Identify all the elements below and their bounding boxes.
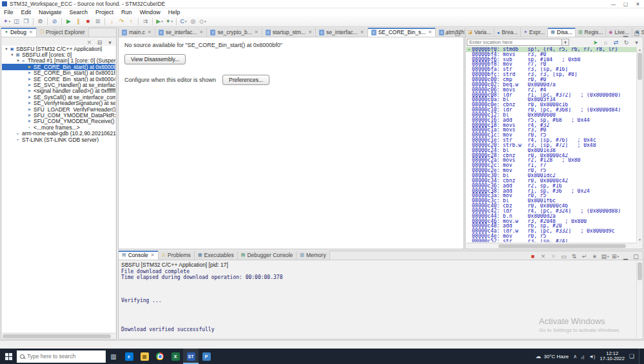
minimize-view-button[interactable]: ▁: [621, 29, 630, 38]
hidden-icons-icon[interactable]: ∧: [573, 354, 577, 359]
bottom-area-tab-executables[interactable]: ▦Executables: [195, 251, 238, 260]
instruction-stepping-button[interactable]: ⇉: [141, 17, 150, 26]
menu-help[interactable]: Help: [164, 8, 184, 16]
weather-widget[interactable]: ☁ 30°C Haze: [535, 353, 569, 359]
preferences-button[interactable]: Preferences...: [222, 75, 269, 85]
home-button[interactable]: ⌂: [601, 38, 610, 47]
stm32cubeprogrammer-taskbar-button[interactable]: P: [199, 349, 214, 364]
disassembly-vertical-scrollbar[interactable]: ▲ ▼: [636, 47, 642, 242]
annotation-navigation-button[interactable]: ◇▾: [198, 17, 208, 26]
open-console-button[interactable]: ⊞▾: [610, 252, 620, 261]
location-dropdown-arrow-icon[interactable]: ▼: [562, 39, 569, 46]
menu-navigate[interactable]: Navigate: [35, 8, 66, 16]
refresh-button[interactable]: ↻: [621, 38, 631, 47]
debug-tree-item[interactable]: ▪arm-none-eabi-gdb (10.2.90.20210621): [2, 130, 115, 136]
close-icon[interactable]: ✕: [360, 30, 364, 35]
taskbar-search[interactable]: [17, 350, 106, 363]
editor-tab-se-interfac[interactable]: cse_interfac...✕: [316, 28, 368, 37]
chrome-taskbar-button[interactable]: [152, 349, 168, 364]
new-c-project-button[interactable]: C▾: [179, 17, 188, 26]
debug-tree-item[interactable]: ➤SE_VerifyHeaderSignature() at se_interf…: [2, 101, 115, 106]
build-button[interactable]: ⚙: [35, 17, 45, 26]
sync-selection-button[interactable]: ⇄: [611, 38, 621, 47]
debug-horizontal-scrollbar[interactable]: [2, 333, 115, 338]
step-return-button[interactable]: ↑: [126, 17, 136, 26]
expander-icon[interactable]: ▾: [10, 52, 15, 57]
editor-tab-startup-stm[interactable]: cstartup_stm...✕: [262, 28, 316, 37]
close-icon[interactable]: ✕: [428, 30, 432, 35]
debug-area-tab-debug[interactable]: ✴Debug✕: [1, 28, 37, 37]
debug-tree-item[interactable]: ➤<signal handler called>() at 0xfffffffd: [2, 88, 115, 94]
debug-tree-item[interactable]: ▪<...more frames...>: [2, 124, 115, 130]
menu-file[interactable]: File: [0, 8, 17, 16]
disassembly-horizontal-scrollbar[interactable]: [466, 243, 636, 248]
show-selected-console-button[interactable]: ▤▾: [600, 252, 610, 261]
editor-tab-overflow-button[interactable]: »: [442, 29, 451, 38]
edge-browser-taskbar-button[interactable]: e: [121, 349, 137, 364]
debug-button[interactable]: ✴▾: [164, 17, 174, 26]
run-button[interactable]: ▶▾: [155, 17, 164, 26]
step-into-button[interactable]: ↓: [107, 17, 117, 26]
menu-run[interactable]: Run: [117, 8, 136, 16]
scrollbar-thumb[interactable]: [638, 53, 642, 80]
search-input[interactable]: [27, 353, 98, 359]
terminate-button[interactable]: ■: [83, 17, 93, 26]
right-area-tab-disa[interactable]: ▦Disa...: [548, 28, 576, 37]
clear-console-button[interactable]: ▭: [559, 252, 569, 261]
editor-tab-se-crypto-b[interactable]: cse_crypto_b...✕: [207, 28, 262, 37]
show-desktop-button[interactable]: [639, 349, 641, 364]
minimize-button[interactable]: —: [607, 0, 620, 8]
debug-tree-item[interactable]: ➤SE_CORE_Bin_start() at 0x80004aa: [2, 76, 115, 82]
right-area-tab-expr[interactable]: ✦Expr...: [521, 28, 548, 37]
close-icon[interactable]: ✕: [308, 30, 312, 35]
scrollbar-thumb[interactable]: [498, 244, 626, 248]
debug-tree-item[interactable]: ▪ST-LINK (ST-LINK GDB server): [2, 137, 115, 142]
editor-tab-main-c[interactable]: cmain.c✕: [119, 28, 155, 37]
maximize-editor-button[interactable]: ▢: [453, 29, 462, 38]
show-pc-button[interactable]: ➤: [590, 38, 600, 47]
terminate-button[interactable]: ■: [528, 252, 538, 261]
scroll-up-icon[interactable]: ▲: [637, 47, 643, 52]
debug-area-tab-project-explorer[interactable]: ❒Project Explorer: [37, 28, 89, 37]
search-button[interactable]: ◎: [188, 17, 198, 26]
network-icon[interactable]: ⣴: [581, 354, 585, 359]
right-area-tab-regis[interactable]: ▥Regis...: [576, 28, 606, 37]
menu-search[interactable]: Search: [66, 8, 92, 16]
view-disassembly-button[interactable]: View Disassembly...: [124, 54, 186, 64]
volume-icon[interactable]: ◄): [589, 354, 596, 359]
right-area-tab-brea[interactable]: ●Brea...: [494, 28, 521, 37]
taskbar-clock[interactable]: 12:12 17-10-2022: [600, 351, 625, 362]
disassembly-line[interactable]: 08000c52:str r3, [sp, #24]: [466, 239, 636, 242]
start-button[interactable]: [0, 349, 17, 364]
editor-tab-se-core-bin-s[interactable]: cSE_CORE_Bin_s...✕: [368, 28, 436, 37]
remove-launch-button[interactable]: ✕: [538, 252, 548, 261]
bottom-area-tab-console[interactable]: ▤Console✕: [119, 251, 159, 260]
debug-tree-item[interactable]: ➤SFU_COM_YMODEM_DataPktRxCpltCallback() …: [2, 112, 115, 118]
file-explorer-taskbar-button[interactable]: ▤: [137, 349, 152, 364]
minimize-view-button[interactable]: ▁: [621, 252, 630, 261]
maximize-view-button[interactable]: ▢: [631, 252, 641, 261]
close-icon[interactable]: ✕: [255, 30, 259, 35]
skip-all-breakpoints-button[interactable]: ⊘: [50, 17, 59, 26]
editor-tab-se-interfac[interactable]: cse_interfac...✕: [155, 28, 208, 37]
bottom-area-tab-debugger-console[interactable]: ▤Debugger Console: [238, 251, 297, 260]
debug-tree-item[interactable]: ➤SE_CORE_Bin_start() at 0x8001884: [2, 70, 115, 76]
scroll-lock-button[interactable]: ⇅: [569, 252, 579, 261]
bottom-area-tab-memory[interactable]: ▥Memory: [297, 251, 329, 260]
action-center-icon[interactable]: ❏: [629, 353, 634, 359]
maximize-button[interactable]: ▢: [620, 0, 632, 8]
step-over-button[interactable]: ↷: [117, 17, 126, 26]
close-icon[interactable]: ✕: [200, 30, 204, 35]
suspend-button[interactable]: ∥: [73, 17, 83, 26]
debug-tree-item[interactable]: ▾≡Thread #1 [main] 1 [core: 0] (Suspende…: [2, 58, 115, 64]
right-area-tab-varia[interactable]: ◪Varia...: [465, 28, 494, 37]
debug-tree-item[interactable]: ➤SFU_COM_YMODEM_Receive() at sfu_com_loa…: [2, 119, 115, 124]
bottom-area-tab-problems[interactable]: ⚠Problems: [159, 251, 195, 260]
word-wrap-button[interactable]: ↵: [580, 252, 589, 261]
maximize-view-button[interactable]: ▢: [632, 29, 641, 38]
menu-project[interactable]: Project: [92, 8, 117, 16]
close-icon[interactable]: ✕: [151, 253, 155, 258]
expander-icon[interactable]: ▾: [15, 58, 21, 63]
save-button[interactable]: ◫: [12, 17, 21, 26]
expander-icon[interactable]: ▾: [4, 46, 9, 52]
